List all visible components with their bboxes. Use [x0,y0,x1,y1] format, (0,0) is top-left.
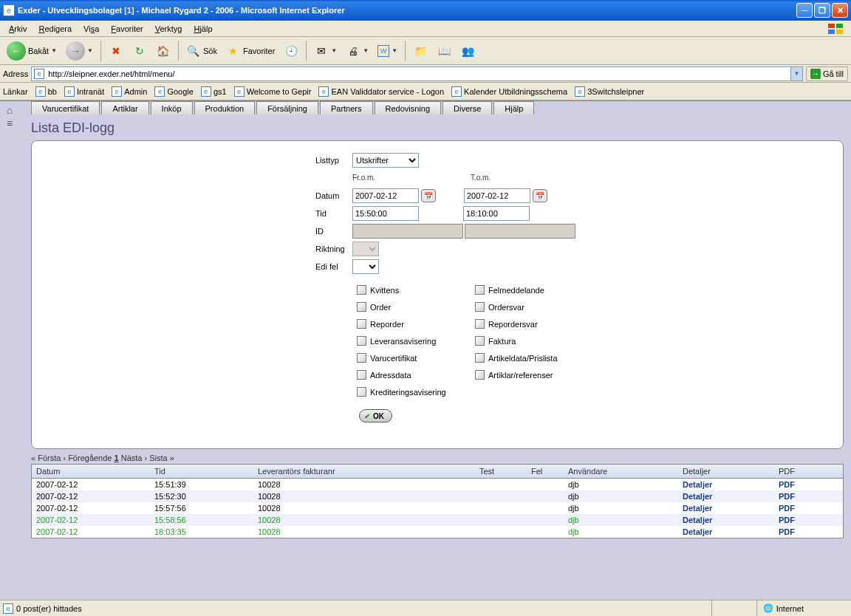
checkbox-row: Repordersvar [471,315,589,332]
cell-datum: 2007-02-12 [32,526,150,538]
go-button[interactable]: →Gå till [806,66,848,81]
mail-button[interactable]: ✉▼ [310,40,341,62]
window-title: Exder - Utvecklingsbolaget [1] - Michael… [18,6,796,15]
menu-redigera[interactable]: Redigera [33,23,78,35]
link-item[interactable]: eIntranät [61,85,107,98]
address-input[interactable] [47,67,790,81]
pdf-link[interactable]: PDF [779,527,795,536]
address-dropdown[interactable]: ▼ [790,67,802,81]
app-tab[interactable]: Varucertifikat [31,101,100,114]
datum-from-input[interactable] [352,188,419,203]
pdf-link[interactable]: PDF [779,504,795,513]
pager-prev[interactable]: ‹ Föregående [63,454,112,462]
menu-nav-icon[interactable]: ≡ [3,117,16,129]
tid-to-input[interactable] [463,206,530,221]
menu-hjalp[interactable]: Hjälp [188,23,218,35]
checkbox[interactable] [357,302,366,312]
cell-detaljer: Detaljer [678,526,774,538]
maximize-button[interactable]: ❐ [814,3,830,18]
pager-last[interactable]: Sista » [149,454,174,462]
pdf-link[interactable]: PDF [779,492,795,501]
checkbox[interactable] [475,302,485,312]
link-item[interactable]: eKalender Utbildningsschema [448,85,570,98]
checkbox[interactable] [475,370,485,380]
detaljer-link[interactable]: Detaljer [683,480,712,489]
checkbox[interactable] [357,370,366,380]
id-from-input[interactable] [352,224,463,239]
link-icon: e [64,86,75,97]
research-button[interactable]: 📖 [433,40,455,62]
ok-button[interactable]: ✔OK [359,409,392,422]
detaljer-link[interactable]: Detaljer [683,516,712,524]
link-item[interactable]: e3Switchsleipner [572,85,647,98]
ie-icon: e [3,4,15,16]
checkbox[interactable] [475,336,485,346]
link-item[interactable]: eAdmin [109,85,150,98]
link-item[interactable]: eGoogle [151,85,196,98]
print-button[interactable]: 🖨▼ [342,40,372,62]
app-tab[interactable]: Diverse [442,101,492,114]
detaljer-link[interactable]: Detaljer [683,492,712,501]
app-tab[interactable]: Hjälp [493,101,534,114]
link-icon: e [318,86,329,97]
close-button[interactable]: ✕ [832,3,848,18]
checkbox[interactable] [357,387,366,397]
folder-button[interactable]: 📁 [409,40,431,62]
messenger-button[interactable]: 👥 [457,40,479,62]
history-button[interactable]: 🕘 [280,40,302,62]
app-tab[interactable]: Produktion [194,101,256,114]
checkbox[interactable] [357,319,366,329]
ie-toolbar: ←Bakåt▼ →▼ ✖ ↻ 🏠 🔍Sök ★Favoriter 🕘 ✉▼ 🖨▼… [0,37,851,65]
pager-first[interactable]: « Första [31,454,61,462]
calendar-from-icon[interactable]: 📅 [421,189,436,202]
menu-favoriter[interactable]: Favoriter [105,23,148,35]
home-nav-icon[interactable]: ⌂ [3,104,16,116]
edifel-select[interactable] [352,259,379,274]
app-tab[interactable]: Redovisning [375,101,442,114]
id-to-input[interactable] [465,224,575,239]
app-tab[interactable]: Försäljning [256,101,318,114]
cell-detaljer: Detaljer [678,479,774,491]
detaljer-link[interactable]: Detaljer [683,504,712,513]
minimize-button[interactable]: ─ [796,3,813,18]
pager-next[interactable]: Nästa › [121,454,147,462]
pdf-link[interactable]: PDF [779,516,795,524]
menu-visa[interactable]: Visa [78,23,105,35]
menu-verktyg[interactable]: Verktyg [149,23,188,35]
pdf-link[interactable]: PDF [779,480,795,489]
favorites-button[interactable]: ★Favoriter [222,40,278,62]
link-item[interactable]: ebb [33,85,60,98]
link-item[interactable]: eEAN Validdator service - Logon [315,85,447,98]
checkbox[interactable] [475,319,485,329]
checkbox[interactable] [357,285,366,295]
link-item[interactable]: eWelcome to Gepir [231,85,315,98]
datum-to-input[interactable] [464,188,530,203]
edit-button[interactable]: W▼ [374,40,401,62]
app-tab[interactable]: Partners [320,101,373,114]
tid-from-input[interactable] [352,206,419,221]
home-button[interactable]: 🏠 [152,40,174,62]
checkbox[interactable] [357,336,366,346]
checkbox-row: Reporder [352,315,471,332]
refresh-button[interactable]: ↻ [129,40,151,62]
calendar-to-icon[interactable]: 📅 [533,189,547,202]
detaljer-link[interactable]: Detaljer [683,527,712,536]
cell-pdf: PDF [774,490,843,502]
stop-button[interactable]: ✖ [105,40,127,62]
app-tab[interactable]: Inköp [151,101,193,114]
back-button[interactable]: ←Bakåt▼ [3,40,61,62]
riktning-select[interactable] [352,242,379,256]
pager-current[interactable]: 1 [115,454,119,462]
checkbox-row: Artikeldata/Prislista [471,349,589,366]
link-item[interactable]: egs1 [198,85,230,98]
checkbox[interactable] [475,285,485,295]
app-tab[interactable]: Artiklar [101,101,148,114]
checkbox[interactable] [357,353,366,363]
listtyp-select[interactable]: Utskrifter [352,153,419,168]
checkbox[interactable] [475,353,485,363]
forward-button[interactable]: →▼ [62,40,97,62]
menu-arkiv[interactable]: Arkiv [3,23,33,35]
search-button[interactable]: 🔍Sök [182,40,221,62]
checkbox-label: Artikeldata/Prislista [488,354,558,363]
table-row: 2007-02-1215:51:3910028djbDetaljerPDF [32,479,843,491]
